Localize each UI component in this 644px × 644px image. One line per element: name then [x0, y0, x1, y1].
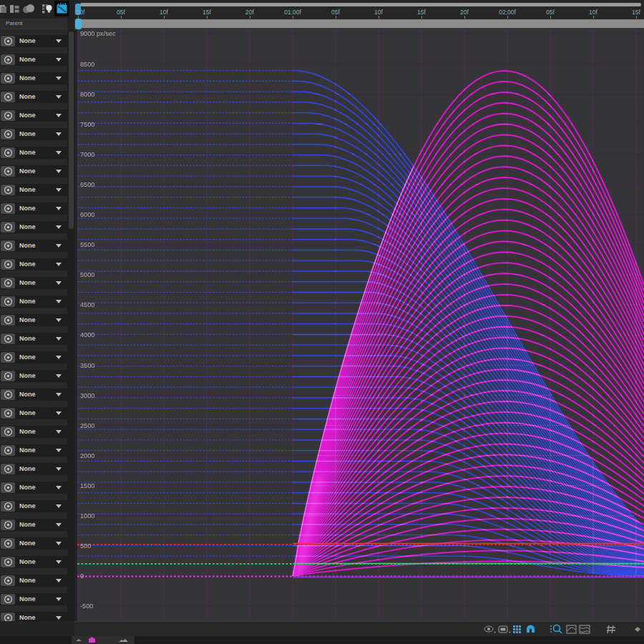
svg-text:2000: 2000	[80, 452, 94, 459]
svg-text:500: 500	[80, 542, 91, 550]
svg-text:3000: 3000	[80, 392, 94, 399]
svg-text:-500: -500	[80, 602, 93, 610]
svg-text:6500: 6500	[80, 181, 94, 188]
svg-text:9000 px/sec: 9000 px/sec	[80, 30, 116, 37]
svg-text:1500: 1500	[80, 482, 94, 489]
svg-text:2500: 2500	[80, 422, 94, 429]
svg-text:1000: 1000	[80, 512, 94, 519]
svg-text:8500: 8500	[80, 61, 94, 68]
svg-text:4000: 4000	[80, 331, 94, 338]
svg-text:7000: 7000	[80, 151, 94, 158]
svg-text:4500: 4500	[80, 301, 94, 308]
svg-text:5000: 5000	[80, 271, 94, 278]
svg-text:8000: 8000	[80, 91, 94, 98]
svg-text:5500: 5500	[80, 241, 94, 248]
svg-text:3500: 3500	[80, 362, 94, 369]
svg-text:0: 0	[80, 572, 84, 580]
svg-text:6000: 6000	[80, 211, 94, 218]
svg-text:7500: 7500	[80, 121, 94, 128]
